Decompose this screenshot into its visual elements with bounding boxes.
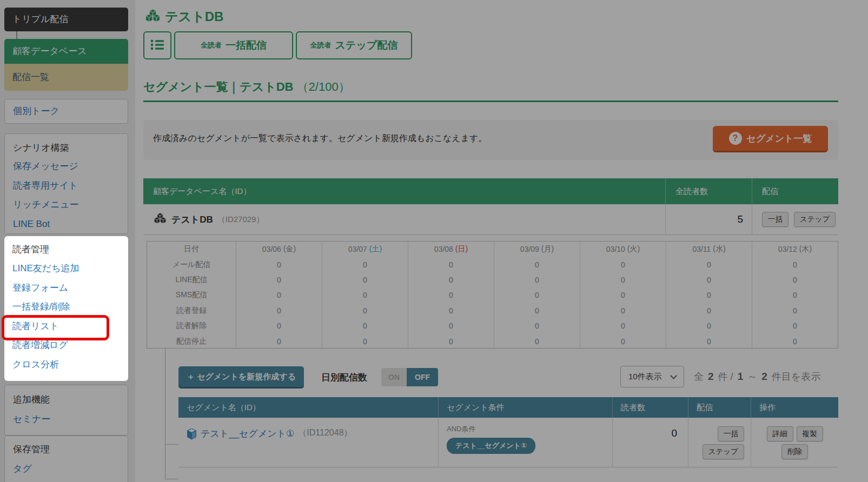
total-count: 2 — [706, 371, 715, 382]
stats-value-4-3: 0 — [494, 318, 580, 333]
stats-value-0-3: 0 — [494, 257, 580, 272]
tree-connector-vertical — [165, 349, 165, 479]
db-header: テストDB — [144, 8, 223, 26]
stats-value-2-5: 0 — [666, 287, 752, 303]
stats-value-5-2: 0 — [408, 333, 494, 349]
total-readers-value: 5 — [665, 204, 752, 235]
segment-detail-button[interactable]: 詳細 — [767, 426, 793, 441]
button-prefix: 全読者 — [310, 41, 332, 50]
sidebar-item-triple-delivery[interactable]: トリプル配信 — [4, 8, 128, 31]
sidebar-item-registration-form[interactable]: 登録フォーム — [4, 278, 128, 298]
page-size-select[interactable]: 10件表示 — [620, 366, 684, 387]
stats-value-5-1: 0 — [322, 333, 408, 349]
sidebar-item-individual-talk[interactable]: 個別トーク — [5, 99, 128, 123]
stats-value-3-1: 0 — [322, 303, 408, 318]
segment-bulk-delivery-button[interactable]: 一括 — [718, 426, 744, 441]
condition-badge: テスト__セグメント① — [447, 438, 535, 454]
toggle-off-button[interactable]: OFF — [407, 368, 438, 386]
list-menu-button[interactable] — [143, 31, 171, 59]
sidebar-item-line-friend-add[interactable]: LINE友だち追加 — [4, 259, 128, 278]
db-step-delivery-button[interactable]: ステップ — [794, 212, 836, 227]
segment-id: （ID112048） — [298, 427, 352, 439]
stats-value-5-4: 0 — [580, 333, 666, 349]
stats-value-1-5: 0 — [666, 272, 752, 287]
sidebar-item-bulk-register-delete[interactable]: 一括登録/削除 — [4, 297, 128, 317]
segment-delete-button[interactable]: 削除 — [781, 444, 808, 459]
sidebar-item-saved-messages[interactable]: 保存メッセージ — [5, 157, 128, 176]
stats-row-label-3: 読者登録 — [147, 303, 236, 318]
app-window: トリプル配信 顧客データベース 配信一覧 個別トーク シナリオ構築 保存メッセー… — [0, 0, 868, 482]
stats-value-4-2: 0 — [408, 318, 494, 333]
sidebar-item-rich-menu[interactable]: リッチメニュー — [5, 195, 128, 215]
stats-row-label-0: メール配信 — [147, 257, 236, 272]
segment-list-help-button[interactable]: ? セグメント一覧 — [713, 126, 828, 151]
sidebar-box-storage: 保存管理 タグ — [4, 436, 128, 482]
segment-step-delivery-button[interactable]: ステップ — [703, 444, 744, 459]
segment-table: セグメント名（ID） セグメント条件 読者数 配信 操作 テスト__セグメント① — [178, 397, 838, 482]
stats-value-3-0: 0 — [236, 303, 322, 318]
section-underline — [143, 101, 838, 102]
stats-value-1-2: 0 — [408, 272, 494, 287]
segment-row: テスト__セグメント① （ID112048） AND条件 テスト__セグメント①… — [178, 418, 838, 467]
stats-value-0-2: 0 — [408, 257, 494, 272]
sidebar-db-group: 顧客データベース 配信一覧 — [4, 39, 128, 91]
stats-value-0-5: 0 — [666, 257, 752, 272]
sidebar-item-seminar[interactable]: セミナー — [5, 409, 128, 430]
all-readers-step-delivery-button[interactable]: 全読者 ステップ配信 — [296, 31, 412, 59]
sidebar-item-cross-analysis[interactable]: クロス分析 — [4, 355, 128, 374]
sidebar-item-reader-change-log[interactable]: 読者増減ログ — [4, 336, 128, 355]
segment-copy-button[interactable]: 複製 — [797, 426, 823, 441]
customer-db-table: 顧客データベース名（ID） 全読者数 配信 テストDB （ID27029） — [143, 178, 838, 235]
sidebar-item-reader-list[interactable]: 読者リスト — [4, 317, 128, 336]
stats-row-label-1: LINE配信 — [147, 272, 236, 287]
stats-value-4-6: 0 — [752, 318, 838, 333]
stats-value-5-0: 0 — [236, 333, 322, 349]
stats-table: 日付03/06 (金)03/07 (土)03/08 (日)03/09 (月)03… — [147, 241, 838, 349]
pagination-info: 全 2 件 / 1 ～ 2 件目を表示 — [694, 370, 820, 383]
stats-value-2-0: 0 — [236, 287, 322, 303]
button-label: 一括配信 — [226, 38, 267, 52]
sidebar-box-addons: 追加機能 セミナー — [4, 385, 128, 436]
stats-value-5-6: 0 — [752, 333, 838, 349]
stats-value-4-5: 0 — [666, 318, 752, 333]
stats-value-1-1: 0 — [322, 272, 408, 287]
condition-type: AND条件 — [447, 424, 612, 434]
stats-row-label-2: SMS配信 — [147, 287, 236, 303]
toggle-on-button[interactable]: ON — [381, 368, 407, 386]
sidebar-item-customer-database[interactable]: 顧客データベース — [4, 39, 128, 64]
list-icon — [150, 39, 164, 52]
col-header-segment-condition: セグメント条件 — [438, 397, 612, 418]
customer-db-table-header: 顧客データベース名（ID） 全読者数 配信 — [143, 178, 838, 204]
sidebar-heading-scenario: シナリオ構築 — [5, 139, 128, 157]
stats-value-4-4: 0 — [580, 318, 666, 333]
stats-date-header-0: 03/06 (金) — [236, 242, 322, 257]
stats-date-header-1: 03/07 (土) — [322, 242, 408, 257]
stats-value-0-1: 0 — [322, 257, 408, 272]
sidebar-item-delivery-list[interactable]: 配信一覧 — [4, 64, 128, 91]
sidebar-item-tag[interactable]: タグ — [5, 459, 128, 479]
sidebar-item-reader-site[interactable]: 読者専用サイト — [5, 176, 128, 196]
range-to: 2 — [760, 371, 769, 382]
sidebar-item-line-bot[interactable]: LINE Bot — [5, 215, 128, 234]
daily-delivery-toggle: ON OFF — [381, 368, 438, 386]
stats-row-label-5: 配信停止 — [147, 333, 236, 349]
stats-value-3-4: 0 — [580, 303, 666, 318]
stats-value-2-3: 0 — [494, 287, 580, 303]
all-readers-bulk-delivery-button[interactable]: 全読者 一括配信 — [174, 31, 293, 59]
segment-name-link[interactable]: テスト__セグメント① — [201, 427, 294, 440]
button-label: ステップ配信 — [335, 38, 398, 52]
stats-value-5-3: 0 — [494, 333, 580, 349]
col-header-operations: 操作 — [751, 397, 838, 418]
db-id: （ID27029） — [217, 215, 264, 225]
sidebar-connector-line — [16, 31, 17, 39]
stats-value-1-3: 0 — [494, 272, 580, 287]
tree-connector-branch-2 — [165, 479, 178, 479]
create-segment-button[interactable]: ＋ セグメントを新規作成する — [178, 366, 304, 387]
stats-value-3-2: 0 — [408, 303, 494, 318]
stats-value-0-4: 0 — [580, 257, 666, 272]
stats-value-2-4: 0 — [580, 287, 666, 303]
info-message: 作成済みのセグメントが一覧で表示されます。セグメント新規作成もおこなえます。 — [153, 133, 487, 144]
db-bulk-delivery-button[interactable]: 一括 — [762, 212, 789, 227]
stats-date-header-3: 03/09 (月) — [494, 242, 580, 257]
sidebar-heading-addons: 追加機能 — [5, 391, 128, 409]
